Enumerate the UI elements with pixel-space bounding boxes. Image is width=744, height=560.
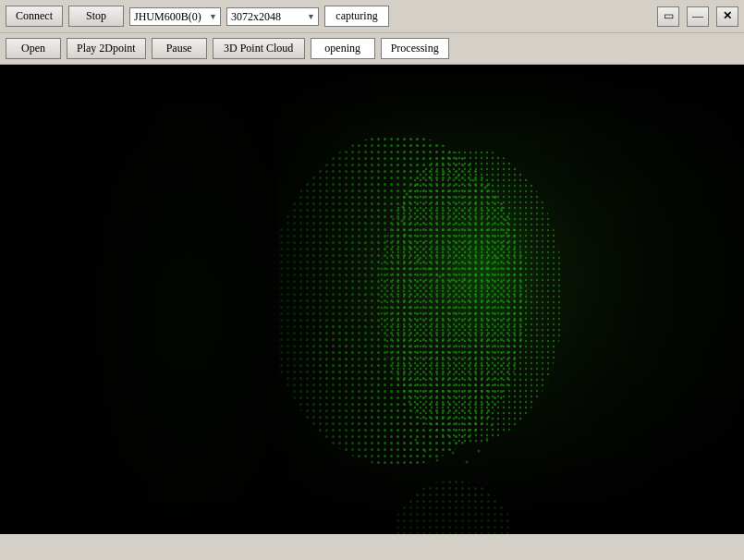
svg-rect-50 [0, 65, 744, 534]
open-button[interactable]: Open [6, 38, 61, 59]
processing-status: Processing [381, 38, 449, 59]
device-dropdown[interactable]: JHUM600B(0) [129, 7, 221, 26]
opening-status: opening [311, 38, 375, 59]
point3d-button[interactable]: 3D Point Cloud [213, 38, 305, 59]
play2d-button[interactable]: Play 2Dpoint [67, 38, 146, 59]
close-button[interactable]: ✕ [716, 6, 738, 27]
toolbar-row-2: Open Play 2Dpoint Pause 3D Point Cloud o… [0, 33, 744, 65]
close-icon: ✕ [723, 9, 732, 23]
pause-button[interactable]: Pause [152, 38, 207, 59]
resolution-dropdown-wrap: 3072x2048 1536x1024 768x512 [226, 7, 319, 26]
connect-button[interactable]: Connect [6, 6, 63, 27]
point-cloud-view [0, 65, 744, 534]
toolbar-row-1: Connect Stop JHUM600B(0) 3072x2048 1536x… [0, 0, 744, 33]
stop-button[interactable]: Stop [68, 6, 124, 27]
restore-icon: ▭ [664, 9, 674, 23]
restore-button[interactable]: ▭ [657, 6, 679, 27]
minimize-button[interactable]: — [687, 6, 709, 27]
resolution-dropdown[interactable]: 3072x2048 1536x1024 768x512 [226, 7, 319, 26]
device-dropdown-wrap: JHUM600B(0) [129, 7, 221, 26]
capturing-status: capturing [324, 6, 389, 27]
point-cloud-svg [0, 65, 744, 534]
minimize-icon: — [692, 9, 703, 23]
